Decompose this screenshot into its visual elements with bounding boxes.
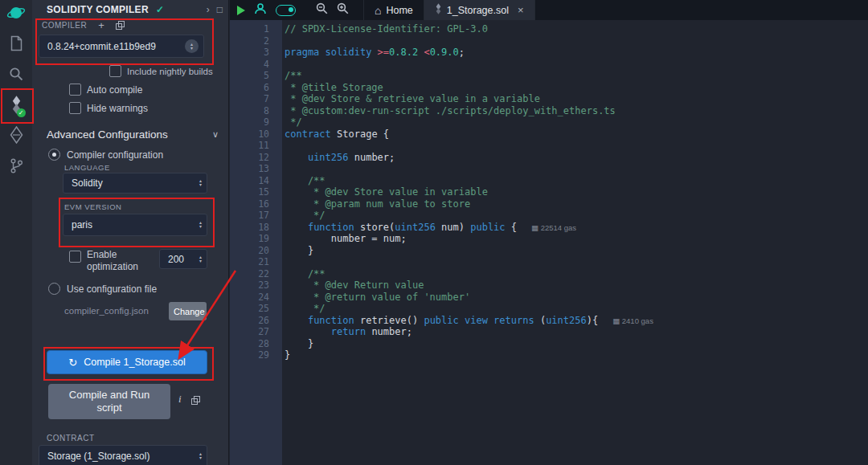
deploy-run-icon[interactable]: [10, 125, 23, 145]
line-number: 2: [230, 35, 269, 47]
code-line[interactable]: [285, 256, 868, 268]
contract-stepper-icon: ▴▾: [199, 452, 202, 460]
add-custom-compiler-icon[interactable]: +: [98, 22, 104, 30]
evm-version-select[interactable]: paris ▴▾: [63, 214, 207, 236]
git-branch-icon[interactable]: [10, 156, 23, 175]
zoom-in-icon[interactable]: [337, 2, 349, 18]
zoom-out-icon[interactable]: [316, 2, 328, 18]
home-icon: ⌂: [375, 4, 381, 17]
gas-estimate-badge: ▦ 2410 gas: [612, 316, 653, 325]
code-line[interactable]: * @dev Store & retrieve value in a varia…: [285, 93, 868, 105]
nightly-builds-checkbox[interactable]: [109, 65, 121, 77]
line-number: 28: [230, 338, 269, 350]
code-line[interactable]: * @dev Return value: [285, 279, 868, 292]
gas-estimate-badge: ▦ 22514 gas: [531, 223, 576, 232]
tab-home[interactable]: ⌂ Home: [363, 0, 424, 20]
code-line[interactable]: /**: [285, 70, 868, 82]
code-line[interactable]: // SPDX-License-Identifier: GPL-3.0: [285, 23, 868, 35]
enable-optimization-row: Enable optimization: [69, 249, 146, 273]
line-number: 16: [230, 198, 269, 210]
toggle-icon[interactable]: [276, 5, 296, 16]
code-line[interactable]: */: [285, 210, 868, 222]
editor-body: 1234567891011121314151617181920212223242…: [230, 20, 868, 465]
line-number: 21: [230, 256, 269, 268]
optimization-runs-input[interactable]: 200 ▴▾: [159, 249, 207, 269]
copy-version-icon[interactable]: [116, 21, 124, 30]
evm-version-value: paris: [72, 219, 199, 230]
code-line[interactable]: contract Storage {: [285, 128, 868, 141]
code-line[interactable]: /**: [285, 268, 868, 280]
solidity-compiler-icon[interactable]: ✓: [10, 95, 23, 114]
code-line[interactable]: }: [285, 349, 868, 361]
auto-compile-checkbox[interactable]: [69, 84, 81, 96]
line-number: 12: [230, 152, 269, 164]
code-lines[interactable]: // SPDX-License-Identifier: GPL-3.0pragm…: [282, 20, 868, 465]
code-line[interactable]: */: [285, 116, 868, 128]
use-config-file-radio[interactable]: [48, 283, 60, 295]
line-number: 7: [230, 93, 269, 105]
editor-tab-bar: ⌂ Home 1_Storage.sol ×: [230, 0, 868, 20]
language-value: Solidity: [72, 177, 199, 189]
line-number: 9: [230, 116, 269, 128]
search-icon[interactable]: [9, 64, 23, 84]
code-line[interactable]: [285, 163, 868, 175]
auto-compile-label: Auto compile: [87, 84, 142, 96]
code-line[interactable]: function retrieve() public view returns …: [285, 315, 868, 327]
line-number: 17: [230, 210, 269, 222]
remix-logo-icon[interactable]: [6, 3, 26, 22]
code-line[interactable]: * @custom:dev-run-script ./scripts/deplo…: [285, 105, 868, 117]
compiler-configuration-radio[interactable]: [48, 149, 60, 161]
enable-optimization-checkbox[interactable]: [69, 251, 81, 263]
compiler-configuration-label: Compiler configuration: [67, 149, 163, 161]
code-line[interactable]: /**: [285, 175, 868, 187]
chevron-down-icon[interactable]: ∨: [212, 129, 219, 140]
refresh-icon: ↻: [68, 357, 77, 369]
code-line[interactable]: uint256 number;: [285, 152, 868, 164]
line-number: 26: [230, 315, 269, 327]
code-line[interactable]: }: [285, 338, 868, 350]
panel-title: SOLIDITY COMPILER: [47, 4, 149, 15]
nightly-builds-label: Include nightly builds: [127, 67, 213, 76]
pin-panel-icon[interactable]: □: [217, 4, 223, 15]
evm-version-label: EVM VERSION: [64, 202, 122, 211]
code-line[interactable]: * @return value of 'number': [285, 292, 868, 304]
line-number: 15: [230, 186, 269, 198]
contract-select[interactable]: Storage (1_Storage.sol) ▴▾: [39, 445, 207, 465]
auto-compile-row: Auto compile: [69, 84, 142, 96]
compiler-label-row: COMPILER +: [42, 21, 124, 30]
compile-button[interactable]: ↻ Compile 1_Storage.sol: [47, 350, 207, 374]
account-icon[interactable]: [254, 2, 267, 18]
compile-button-label: Compile 1_Storage.sol: [84, 357, 185, 368]
run-script-play-icon[interactable]: [237, 6, 245, 15]
code-line[interactable]: * @dev Store value in variable: [285, 186, 868, 198]
nightly-builds-row: Include nightly builds: [109, 65, 213, 77]
use-config-file-label: Use configuration file: [67, 283, 157, 295]
code-line[interactable]: [285, 140, 868, 152]
code-line[interactable]: return number;: [285, 326, 868, 338]
code-line[interactable]: [285, 59, 868, 71]
version-stepper-icon[interactable]: ▴▾: [185, 39, 199, 53]
code-line[interactable]: [285, 35, 868, 47]
hide-warnings-checkbox[interactable]: [69, 102, 81, 114]
change-config-button[interactable]: Change: [169, 302, 207, 320]
chevron-right-icon[interactable]: ›: [207, 4, 210, 15]
use-config-file-row: Use configuration file: [48, 283, 157, 295]
code-line[interactable]: function store(uint256 num) public {▦ 22…: [285, 222, 868, 234]
compile-and-run-button[interactable]: Compile and Run script: [48, 384, 170, 419]
code-line[interactable]: pragma solidity >=0.8.2 <0.9.0;: [285, 47, 868, 59]
tab-storage-label: 1_Storage.sol: [447, 5, 509, 16]
compiler-version-select[interactable]: 0.8.24+commit.e11b9ed9 ▴▾: [39, 35, 204, 58]
info-icon[interactable]: i: [178, 393, 182, 406]
advanced-configurations-header[interactable]: Advanced Configurations ∨: [47, 128, 219, 141]
code-line[interactable]: number = num;: [285, 233, 868, 245]
code-line[interactable]: }: [285, 245, 868, 257]
close-tab-icon[interactable]: ×: [518, 4, 524, 16]
script-copy-icon[interactable]: [191, 396, 199, 405]
remix-window: ✓ SOLIDITY COMPILER ✓ › □ COMPILER + 0.8…: [0, 0, 868, 465]
code-line[interactable]: * @title Storage: [285, 82, 868, 94]
file-explorer-icon[interactable]: [10, 34, 23, 53]
code-line[interactable]: */: [285, 303, 868, 315]
code-line[interactable]: * @param num value to store: [285, 198, 868, 210]
tab-storage-sol[interactable]: 1_Storage.sol ×: [424, 0, 535, 20]
language-select[interactable]: Solidity ▴▾: [63, 173, 207, 194]
